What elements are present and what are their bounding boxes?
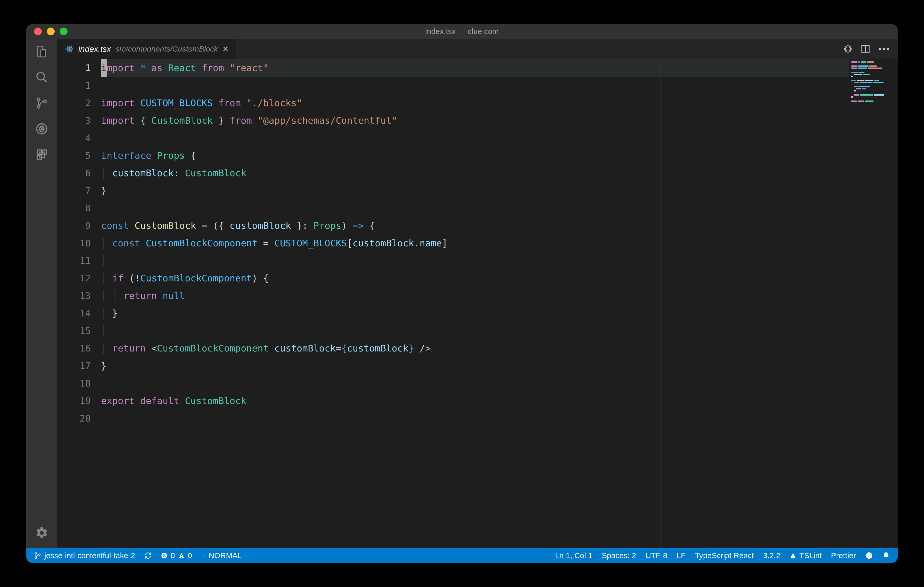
line-number: 19	[57, 392, 91, 410]
source-control-icon[interactable]	[34, 95, 50, 111]
svg-line-1	[43, 79, 47, 82]
extensions-icon[interactable]	[34, 147, 50, 162]
branch-name: jesse-intl-contentful-take-2	[45, 551, 135, 560]
svg-point-24	[866, 552, 873, 559]
activity-bar	[26, 39, 57, 548]
tab-index-tsx[interactable]: index.tsx src/components/CustomBlock ✕	[57, 39, 236, 59]
line-number: 15	[57, 322, 91, 340]
svg-point-20	[39, 554, 40, 556]
code-line	[101, 199, 849, 217]
code-line: │ return <CustomBlockComponent customBlo…	[101, 340, 849, 357]
eol-indicator[interactable]: LF	[676, 551, 686, 560]
language-mode[interactable]: TypeScript React	[695, 551, 754, 560]
debug-icon[interactable]	[34, 121, 50, 136]
problems-indicator[interactable]: 0 0	[161, 551, 192, 560]
svg-point-0	[37, 72, 45, 80]
line-number: 9	[57, 217, 91, 235]
search-icon[interactable]	[34, 69, 50, 85]
line-number: 7	[57, 182, 91, 199]
typescript-version[interactable]: 3.2.2	[763, 551, 780, 560]
notifications-icon[interactable]	[882, 552, 890, 559]
window-title: index.tsx — clue.com	[425, 27, 498, 36]
close-window-button[interactable]	[34, 28, 42, 35]
warning-count: 0	[188, 551, 192, 560]
code-line: interface Props {	[101, 147, 849, 164]
code-content[interactable]: import * as React from "react" import CU…	[101, 59, 849, 548]
explorer-icon[interactable]	[34, 44, 50, 59]
line-number: 18	[57, 375, 91, 392]
code-line: │ customBlock: CustomBlock	[101, 164, 849, 182]
code-line	[101, 129, 849, 147]
line-number: 1	[57, 59, 91, 77]
editor-area: index.tsx src/components/CustomBlock ✕ •…	[57, 39, 898, 548]
traffic-lights	[26, 28, 68, 35]
main-area: index.tsx src/components/CustomBlock ✕ •…	[26, 39, 898, 548]
svg-point-19	[35, 557, 36, 558]
svg-point-23	[792, 557, 793, 557]
minimap[interactable]	[849, 59, 898, 548]
svg-point-26	[870, 554, 871, 556]
line-number: 5	[57, 147, 91, 164]
line-number: 17	[57, 357, 91, 375]
zoom-window-button[interactable]	[60, 28, 68, 35]
line-number: 2	[57, 94, 91, 112]
tab-filename: index.tsx	[78, 44, 111, 54]
cursor-position[interactable]: Ln 1, Col 1	[555, 551, 592, 560]
line-number: 12	[57, 270, 91, 287]
line-number-gutter: 1 1 2 3 4 5 6 7 8 9 10 11 12 13 14 15 16	[57, 59, 101, 548]
close-tab-icon[interactable]: ✕	[223, 45, 228, 53]
react-file-icon	[65, 44, 74, 53]
code-line	[101, 410, 849, 427]
code-line: import CUSTOM_BLOCKS from "./blocks"	[101, 94, 849, 112]
line-number: 13	[57, 287, 91, 304]
code-line: │ }	[101, 304, 849, 322]
code-line	[101, 375, 849, 392]
settings-gear-icon[interactable]	[34, 525, 50, 541]
prettier-status[interactable]: Prettier	[831, 551, 856, 560]
line-number: 4	[57, 129, 91, 147]
feedback-icon[interactable]	[865, 552, 873, 559]
svg-point-22	[181, 557, 182, 557]
more-actions-icon[interactable]: •••	[878, 44, 891, 54]
line-number: 1	[57, 77, 91, 94]
code-line: │ │ return null	[101, 287, 849, 304]
compare-changes-icon[interactable]	[843, 44, 853, 54]
status-bar: jesse-intl-contentful-take-2 0 0 -- NORM…	[26, 548, 898, 563]
error-count: 0	[171, 551, 175, 560]
line-number: 20	[57, 410, 91, 427]
split-editor-icon[interactable]	[861, 44, 870, 54]
encoding-indicator[interactable]: UTF-8	[645, 551, 667, 560]
line-number: 6	[57, 164, 91, 182]
line-number: 3	[57, 112, 91, 129]
svg-point-15	[845, 46, 851, 52]
sync-icon[interactable]	[144, 552, 152, 559]
tab-path: src/components/CustomBlock	[116, 44, 218, 53]
svg-point-2	[37, 98, 40, 100]
line-number: 14	[57, 304, 91, 322]
indentation-indicator[interactable]: Spaces: 2	[602, 551, 636, 560]
svg-point-11	[69, 48, 70, 50]
vim-mode-indicator: -- NORMAL --	[201, 551, 249, 560]
tslint-status[interactable]: < path d="M12 9v6" stroke="#007acc" stro…	[790, 551, 822, 560]
titlebar: index.tsx — clue.com	[26, 24, 898, 39]
line-number: 11	[57, 252, 91, 270]
code-line: │	[101, 322, 849, 340]
svg-point-25	[868, 554, 869, 556]
code-line: │ const CustomBlockComponent = CUSTOM_BL…	[101, 235, 849, 252]
svg-point-4	[44, 100, 46, 103]
editor-ruler	[660, 59, 661, 548]
line-number: 16	[57, 340, 91, 357]
code-line: const CustomBlock = ({ customBlock }: Pr…	[101, 217, 849, 235]
code-line: import * as React from "react"	[101, 59, 849, 77]
[interactable]: jesse-intl-contentful-take-2	[34, 551, 135, 560]
code-line: import { CustomBlock } from "@app/schema…	[101, 112, 849, 129]
code-line: │ if (!CustomBlockComponent) {	[101, 270, 849, 287]
minimize-window-button[interactable]	[47, 28, 54, 35]
vscode-window: index.tsx — clue.com	[26, 24, 898, 563]
line-number: 10	[57, 235, 91, 252]
editor-actions: •••	[843, 39, 898, 59]
code-line: │	[101, 252, 849, 270]
code-editor[interactable]: 1 1 2 3 4 5 6 7 8 9 10 11 12 13 14 15 16	[57, 59, 898, 548]
code-line	[101, 77, 849, 94]
tab-bar: index.tsx src/components/CustomBlock ✕ •…	[57, 39, 898, 59]
